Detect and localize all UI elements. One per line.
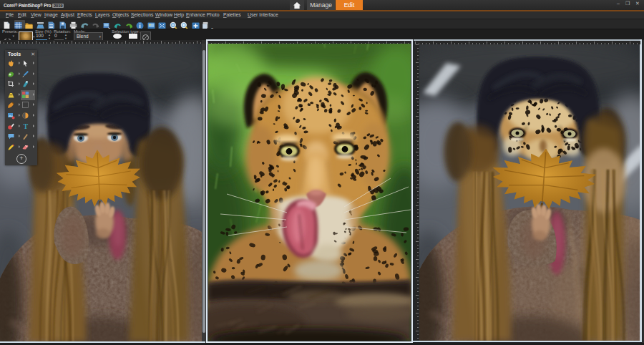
svg-text:T: T [23,122,28,130]
